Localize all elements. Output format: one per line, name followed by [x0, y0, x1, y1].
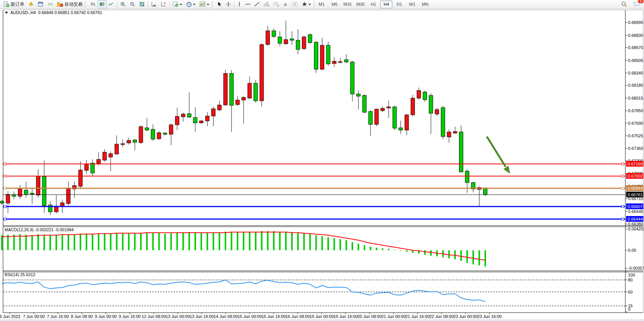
candle-4: [24, 190, 28, 194]
svg-text:0.66444: 0.66444: [628, 217, 643, 221]
macd-bar-36: [219, 233, 220, 250]
candle-66: [399, 128, 403, 130]
macd-bar-63: [382, 248, 383, 250]
macd-bar-54: [327, 237, 329, 250]
macd-bar-33: [201, 233, 202, 250]
svg-text:100: 100: [628, 273, 635, 277]
svg-text:9 Jun 00:00: 9 Jun 00:00: [95, 314, 117, 319]
svg-text:7 Jun 16:00: 7 Jun 16:00: [47, 314, 69, 319]
macd-bar-44: [267, 231, 269, 250]
macd-bar-60: [364, 245, 365, 250]
macd-bar-42: [255, 232, 257, 250]
macd-bar-39: [237, 232, 238, 250]
svg-text:0.67160: 0.67160: [628, 162, 643, 166]
svg-text:15 Jun 16:00: 15 Jun 16:00: [261, 314, 286, 319]
macd-bar-12: [74, 235, 75, 250]
svg-text:0.004203: 0.004203: [628, 227, 644, 231]
price-badge-0.66444: 0.66444: [626, 216, 644, 222]
macd-bar-23: [140, 233, 142, 250]
macd-bar-78: [472, 250, 474, 264]
candle-34: [206, 116, 209, 121]
macd-bar-74: [448, 250, 450, 258]
svg-text:13 Jun 00:00: 13 Jun 00:00: [166, 314, 190, 319]
candle-6: [36, 176, 40, 195]
macd-bar-35: [213, 233, 214, 250]
candle-69: [417, 91, 421, 98]
candle-73: [441, 108, 445, 137]
price-badge-0.67160: 0.67160: [626, 161, 644, 167]
candle-22: [133, 140, 137, 142]
macd-bar-26: [158, 233, 160, 250]
macd-bar-77: [466, 250, 468, 263]
one-click-trading-toggle[interactable]: [5, 12, 8, 14]
svg-text:21 Jun 00:00: 21 Jun 00:00: [381, 314, 406, 319]
candle-71: [429, 95, 433, 113]
svg-text:0.67850: 0.67850: [628, 108, 643, 113]
candle-75: [453, 132, 457, 133]
candle-80: [483, 188, 487, 195]
candle-39: [236, 100, 239, 105]
svg-text:0.68505: 0.68505: [628, 58, 643, 63]
macd-bar-34: [207, 233, 208, 250]
candle-29: [175, 116, 179, 125]
candle-1: [6, 194, 10, 203]
macd-bar-62: [376, 248, 377, 250]
macd-bar-13: [80, 234, 81, 250]
svg-text:0.68340: 0.68340: [628, 71, 643, 75]
macd-bar-56: [340, 239, 341, 250]
rsi-indicator-label: RSI(14) 25.5312: [5, 272, 35, 277]
chart-area[interactable]: 0.689950.688300.686700.685050.683400.681…: [0, 0, 644, 321]
svg-text:22 Jun 08:00: 22 Jun 08:00: [429, 314, 454, 319]
svg-text:13 Jun 16:00: 13 Jun 16:00: [190, 314, 214, 319]
macd-bar-57: [346, 240, 347, 250]
candle-61: [368, 111, 372, 124]
candle-23: [139, 127, 143, 143]
macd-bar-0: [1, 235, 3, 250]
macd-bar-41: [249, 232, 250, 250]
candle-48: [290, 39, 294, 40]
svg-text:0.66607: 0.66607: [628, 204, 643, 209]
macd-bar-48: [291, 232, 293, 250]
macd-bar-53: [321, 236, 323, 250]
macd-bar-32: [194, 233, 196, 250]
candle-44: [266, 31, 270, 44]
svg-text:19 Jun 00:00: 19 Jun 00:00: [309, 314, 334, 319]
macd-indicator-label: MACD(12,26,9) -0.003221 -0.001984: [5, 227, 74, 232]
candle-60: [363, 95, 367, 112]
candle-32: [193, 118, 197, 123]
price-badge-0.66844: 0.66844: [626, 185, 644, 191]
candle-51: [308, 35, 312, 43]
candle-58: [351, 62, 354, 94]
candle-62: [375, 109, 378, 124]
svg-text:12 Jun 08:00: 12 Jun 08:00: [142, 314, 166, 319]
macd-bar-19: [116, 233, 118, 250]
svg-text:-0.003575: -0.003575: [628, 266, 644, 270]
svg-text:0.00: 0.00: [628, 248, 636, 253]
candle-19: [115, 144, 119, 154]
macd-bar-70: [424, 250, 426, 255]
svg-text:80: 80: [628, 278, 633, 282]
candle-65: [393, 107, 397, 128]
macd-bar-31: [188, 232, 190, 250]
svg-text:14 Jun 08:00: 14 Jun 08:00: [214, 314, 238, 319]
macd-bar-17: [104, 234, 105, 250]
candle-53: [320, 45, 324, 69]
macd-bar-47: [285, 232, 287, 250]
price-badge-0.66607: 0.66607: [626, 203, 644, 209]
candle-21: [127, 140, 131, 143]
candle-33: [199, 121, 203, 123]
svg-text:0.68995: 0.68995: [628, 20, 643, 25]
macd-bar-67: [406, 250, 408, 252]
macd-bar-16: [98, 234, 99, 250]
candle-55: [332, 61, 336, 64]
macd-bar-5: [31, 235, 33, 250]
svg-text:0.67525: 0.67525: [628, 133, 643, 138]
macd-bar-22: [134, 234, 135, 250]
svg-text:20 Jun 08:00: 20 Jun 08:00: [357, 314, 382, 319]
candle-74: [447, 132, 451, 137]
macd-bar-4: [26, 235, 27, 250]
macd-bar-55: [333, 238, 335, 250]
candle-47: [284, 40, 288, 44]
macd-bar-58: [352, 242, 353, 250]
candle-41: [248, 83, 252, 98]
